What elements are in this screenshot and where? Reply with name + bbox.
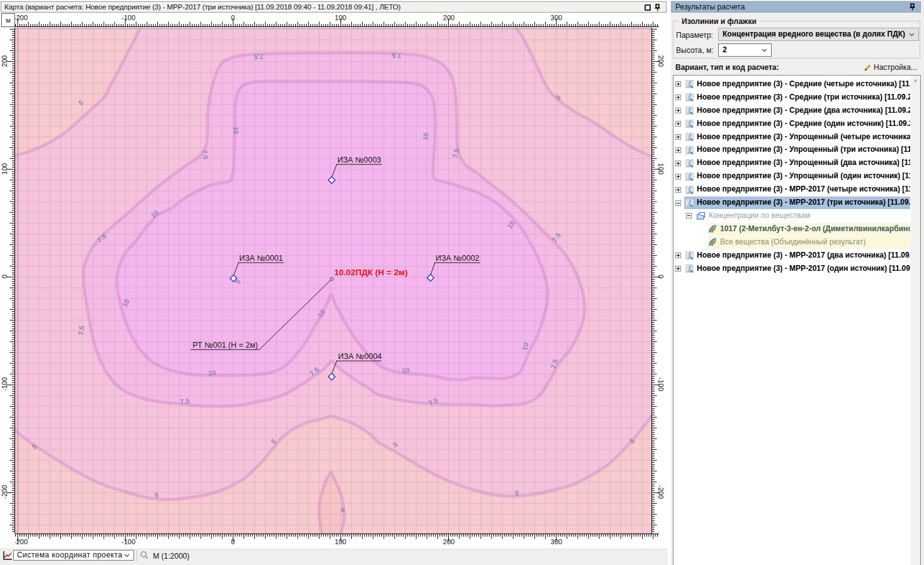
svg-text:10.02ПДК (Н = 2м): 10.02ПДК (Н = 2м) [334, 268, 408, 277]
svg-text:10: 10 [402, 366, 410, 375]
svg-text:5: 5 [154, 491, 159, 499]
svg-text:10: 10 [232, 126, 240, 134]
svg-text:ИЗА №0003: ИЗА №0003 [337, 156, 381, 164]
svg-text:10: 10 [422, 132, 430, 140]
svg-text:ИЗА №0002: ИЗА №0002 [436, 254, 480, 263]
svg-text:5: 5 [515, 489, 519, 497]
svg-text:ИЗА №0001: ИЗА №0001 [239, 254, 283, 263]
svg-text:РТ №001 (Н = 2м): РТ №001 (Н = 2м) [193, 341, 258, 350]
svg-text:7.5: 7.5 [179, 397, 190, 406]
svg-text:7.5: 7.5 [392, 52, 401, 59]
svg-text:10: 10 [208, 369, 216, 377]
svg-text:7.5: 7.5 [77, 326, 85, 336]
svg-text:7.5: 7.5 [254, 53, 263, 60]
svg-text:ИЗА №0004: ИЗА №0004 [338, 352, 382, 361]
